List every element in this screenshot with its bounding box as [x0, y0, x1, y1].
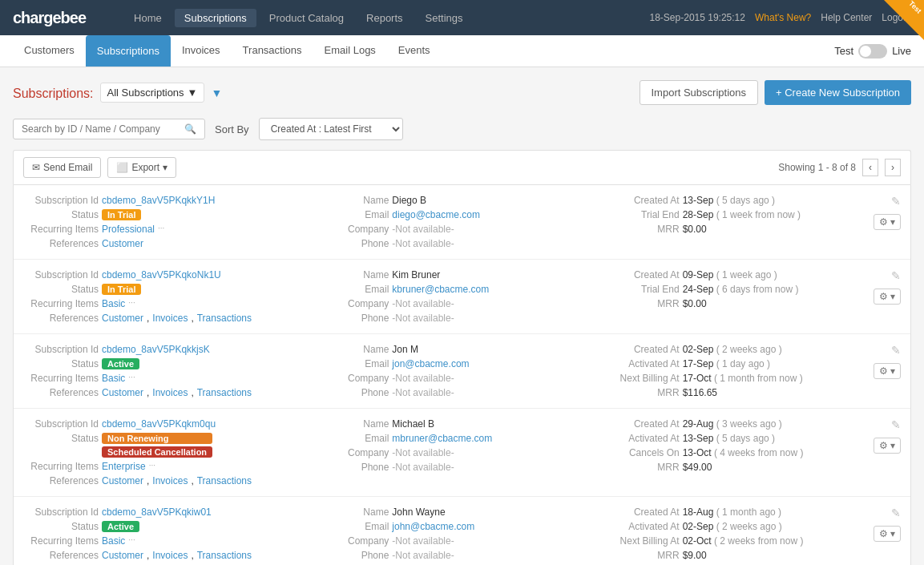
items-icon[interactable]: ···: [128, 373, 135, 381]
filter-icon[interactable]: ▼: [211, 87, 222, 99]
sub-navigation: Customers Subscriptions Invoices Transac…: [0, 35, 924, 67]
nav-home[interactable]: Home: [124, 9, 171, 27]
tab-invoices[interactable]: Invoices: [171, 35, 232, 67]
row-middle: Name Jon M Email jon@cbacme.com Company …: [317, 344, 607, 398]
ref-invoices[interactable]: Invoices: [152, 313, 188, 324]
recurring-items-link[interactable]: Professional: [102, 224, 155, 235]
ref-customer[interactable]: Customer: [102, 475, 143, 486]
import-subscriptions-button[interactable]: Import Subscriptions: [640, 80, 759, 105]
field-label: Phone: [317, 313, 389, 324]
gear-button[interactable]: ⚙ ▾: [874, 438, 901, 454]
recurring-items-link[interactable]: Basic: [102, 298, 125, 309]
sub-email[interactable]: mbruner@cbacme.com: [392, 433, 492, 444]
env-toggle: Test Live: [834, 44, 911, 59]
field-label: References: [26, 475, 99, 486]
ref-invoices[interactable]: Invoices: [152, 387, 188, 398]
row-left: Subscription Id cbdemo_8avV5PKqkkjsK Sta…: [26, 344, 317, 398]
nav-subscriptions[interactable]: Subscriptions: [175, 9, 256, 27]
scheduled-cancellation-badge: Scheduled Cancellation: [102, 446, 212, 458]
ref-transactions[interactable]: Transactions: [197, 387, 252, 398]
recurring-items-link[interactable]: Basic: [102, 535, 125, 547]
field-label: References: [26, 387, 99, 398]
nav-reports[interactable]: Reports: [357, 9, 413, 27]
top-nav-links: Home Subscriptions Product Catalog Repor…: [124, 9, 472, 27]
sub-company: -Not available-: [392, 298, 454, 309]
created-at: 13-Sep ( 5 days ago ): [683, 195, 775, 206]
items-icon[interactable]: ···: [149, 461, 155, 470]
tab-subscriptions[interactable]: Subscriptions: [86, 35, 171, 67]
cancels-on: 13-Oct ( 4 weeks from now ): [683, 447, 804, 458]
sort-dropdown[interactable]: Created At : Latest First: [259, 118, 403, 140]
tab-customers[interactable]: Customers: [13, 35, 86, 67]
ref-transactions[interactable]: Transactions: [197, 550, 252, 561]
notes-icon[interactable]: ✎: [891, 344, 901, 357]
filter-dropdown[interactable]: All Subscriptions ▼: [100, 83, 205, 103]
mrr: $9.00: [683, 550, 707, 561]
toolbar-actions: ✉ Send Email ⬜ Export ▾: [23, 157, 176, 178]
ref-customer[interactable]: Customer: [102, 313, 143, 324]
ref-customer[interactable]: Customer: [102, 550, 143, 561]
tab-transactions[interactable]: Transactions: [232, 35, 313, 67]
field-label: Company: [317, 373, 389, 384]
gear-button[interactable]: ⚙ ▾: [874, 214, 901, 230]
field-label: Phone: [317, 550, 389, 561]
env-toggle-switch[interactable]: [858, 44, 887, 59]
ref-transactions[interactable]: Transactions: [197, 475, 252, 486]
field-label: Recurring Items: [26, 461, 99, 472]
sub-email[interactable]: john@cbacme.com: [392, 521, 474, 532]
mrr: $116.65: [683, 387, 717, 398]
items-icon[interactable]: ···: [128, 298, 135, 307]
ref-transactions[interactable]: Transactions: [197, 313, 252, 324]
field-label: Company: [317, 447, 389, 458]
ref-invoices[interactable]: Invoices: [152, 475, 188, 486]
subscription-id-link[interactable]: cbdemo_8avV5PKqkoNk1U: [102, 269, 221, 280]
field-label: MRR: [607, 387, 680, 398]
status-badge: Active: [102, 358, 139, 369]
gear-button[interactable]: ⚙ ▾: [874, 526, 901, 542]
tab-email-logs[interactable]: Email Logs: [313, 35, 387, 67]
field-label: Recurring Items: [26, 373, 99, 384]
ref-invoices[interactable]: Invoices: [152, 550, 188, 561]
whats-new-link[interactable]: What's New?: [755, 12, 811, 23]
subscription-id-link[interactable]: cbdemo_8avV5PKqkm0qu: [102, 418, 216, 430]
field-label: Company: [317, 535, 389, 547]
field-label: Name: [317, 344, 389, 355]
export-icon: ⬜: [116, 162, 128, 173]
items-icon[interactable]: ···: [128, 535, 135, 544]
top-nav-right: 18-Sep-2015 19:25:12 What's New? Help Ce…: [650, 12, 911, 23]
subscription-id-link[interactable]: cbdemo_8avV5PKqkkY1H: [102, 195, 215, 206]
field-label: Created At: [607, 418, 680, 430]
export-button[interactable]: ⬜ Export ▾: [107, 157, 176, 178]
mrr: $0.00: [683, 298, 707, 309]
sub-name: Michael B: [392, 418, 434, 430]
sub-email[interactable]: diego@cbacme.com: [392, 209, 480, 220]
sub-email[interactable]: jon@cbacme.com: [392, 358, 469, 369]
subscription-id-link[interactable]: cbdemo_8avV5PKqkiw01: [102, 506, 212, 518]
notes-icon[interactable]: ✎: [891, 418, 901, 431]
notes-icon[interactable]: ✎: [891, 269, 901, 282]
tab-events[interactable]: Events: [387, 35, 442, 67]
ref-customer[interactable]: Customer: [102, 387, 143, 398]
field-label: Status: [26, 433, 99, 444]
send-email-button[interactable]: ✉ Send Email: [23, 157, 101, 178]
mrr: $0.00: [683, 224, 707, 235]
pagination-prev[interactable]: ‹: [862, 159, 878, 176]
items-icon[interactable]: ···: [158, 224, 164, 232]
pagination-info: Showing 1 - 8 of 8 ‹ ›: [778, 159, 901, 176]
subscription-id-link[interactable]: cbdemo_8avV5PKqkkjsK: [102, 344, 210, 355]
search-input[interactable]: [22, 123, 180, 135]
help-center-link[interactable]: Help Center: [821, 12, 872, 23]
field-label: Phone: [317, 387, 389, 398]
create-subscription-button[interactable]: + Create New Subscription: [765, 80, 911, 105]
notes-icon[interactable]: ✎: [891, 506, 901, 519]
pagination-next[interactable]: ›: [885, 159, 901, 176]
gear-button[interactable]: ⚙ ▾: [874, 289, 901, 305]
nav-product-catalog[interactable]: Product Catalog: [260, 9, 353, 27]
sub-email[interactable]: kbruner@cbacme.com: [392, 284, 489, 295]
nav-settings[interactable]: Settings: [416, 9, 473, 27]
recurring-items-link[interactable]: Enterprise: [102, 461, 146, 472]
ref-customer[interactable]: Customer: [102, 238, 143, 249]
notes-icon[interactable]: ✎: [891, 195, 901, 208]
gear-button[interactable]: ⚙ ▾: [874, 363, 901, 379]
recurring-items-link[interactable]: Basic: [102, 373, 125, 384]
